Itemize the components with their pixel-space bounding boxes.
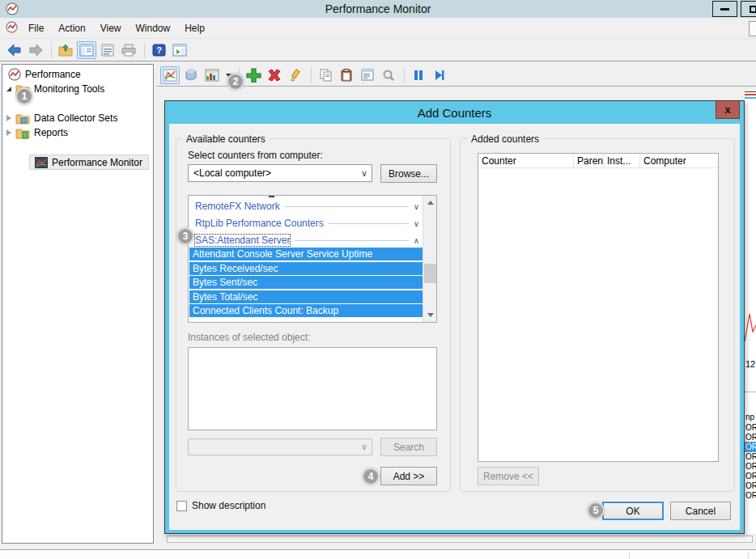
add-counter-icon[interactable] bbox=[244, 66, 263, 84]
graph-background-sliver: 12 np OR OR OR OR OR OR OR OR bbox=[745, 91, 756, 534]
search-button[interactable]: Search bbox=[380, 438, 437, 456]
copy-properties-icon[interactable] bbox=[316, 66, 335, 84]
browse-button[interactable]: Browse... bbox=[380, 164, 437, 183]
forward-icon[interactable] bbox=[26, 41, 45, 59]
legend-fragment-selected[interactable]: OR bbox=[745, 443, 756, 451]
ok-button[interactable]: OK bbox=[602, 502, 664, 520]
print-icon[interactable] bbox=[119, 41, 138, 59]
back-icon[interactable] bbox=[5, 41, 24, 59]
expand-triangle-icon[interactable] bbox=[6, 87, 11, 91]
counter-group-remotefx-network[interactable]: RemoteFX Network ∨ bbox=[189, 199, 423, 214]
minimize-button[interactable] bbox=[712, 1, 737, 17]
chevron-down-icon: ∨ bbox=[361, 442, 367, 452]
column-header-counter[interactable]: Counter bbox=[478, 154, 574, 167]
instances-label: Instances of selected object: bbox=[188, 332, 310, 343]
added-counters-table[interactable]: Counter Parent Inst... Computer bbox=[478, 153, 719, 462]
toolbar-separator bbox=[144, 42, 145, 58]
export-list-icon[interactable] bbox=[98, 41, 117, 59]
search-button-label: Search bbox=[393, 442, 424, 453]
step-callout-1: 1 bbox=[15, 87, 33, 105]
chevron-down-icon[interactable]: ∨ bbox=[414, 219, 419, 228]
action-pane-icon[interactable] bbox=[170, 41, 189, 59]
add-counters-dialog: Add Counters x Available counters Select… bbox=[164, 100, 745, 534]
cancel-button-label: Cancel bbox=[686, 506, 716, 517]
line-chart-icon[interactable] bbox=[160, 66, 180, 84]
counter-item-selected[interactable]: Attendant Console Server Service Uptime bbox=[189, 248, 423, 261]
remove-button[interactable]: Remove << bbox=[478, 467, 539, 485]
available-counters-list[interactable]: RemoteFX Network ∨ RtpLib Performance Co… bbox=[188, 195, 437, 323]
add-button[interactable]: Add >> bbox=[380, 467, 437, 485]
menu-window[interactable]: Window bbox=[129, 19, 178, 37]
menu-help[interactable]: Help bbox=[177, 19, 212, 37]
console-icon bbox=[6, 21, 18, 36]
counter-group-sas-attendant-server[interactable]: SAS:Attendant Server ∧ bbox=[189, 233, 423, 248]
tree-label-monitoring-tools: Monitoring Tools bbox=[34, 83, 104, 95]
step-callout-4: 4 bbox=[362, 468, 380, 485]
tree-label-performance-monitor: Performance Monitor bbox=[52, 157, 142, 168]
counter-item-selected[interactable]: Bytes Received/sec bbox=[189, 262, 423, 276]
available-counters-label: Available counters bbox=[183, 133, 269, 145]
menu-file[interactable]: File bbox=[21, 19, 51, 37]
zoom-icon[interactable] bbox=[379, 66, 398, 84]
highlight-icon[interactable] bbox=[286, 66, 305, 84]
properties-icon[interactable] bbox=[358, 66, 377, 84]
tree-label-data-collector-sets: Data Collector Sets bbox=[34, 112, 117, 124]
remove-button-label: Remove << bbox=[483, 471, 533, 482]
cancel-button[interactable]: Cancel bbox=[670, 502, 731, 520]
menu-action[interactable]: Action bbox=[51, 19, 92, 37]
time-axis-fragment: 12 bbox=[745, 359, 756, 369]
data-collector-sets-icon bbox=[15, 112, 30, 125]
tree-label-reports: Reports bbox=[34, 127, 68, 138]
tree-item-performance[interactable]: Performance bbox=[8, 67, 81, 82]
counter-group-rtplib[interactable]: RtpLib Performance Counters ∨ bbox=[189, 216, 423, 231]
scroll-up-button[interactable] bbox=[423, 196, 437, 210]
collapse-triangle-icon[interactable] bbox=[6, 115, 11, 121]
legend-divider bbox=[745, 392, 756, 392]
counter-group-label: RtpLib Performance Counters bbox=[195, 218, 324, 229]
add-button-label: Add >> bbox=[393, 471, 425, 482]
tree-item-data-collector-sets[interactable]: Data Collector Sets bbox=[6, 111, 117, 125]
console-tree-icon[interactable] bbox=[77, 41, 96, 59]
report-view-icon[interactable] bbox=[202, 66, 222, 84]
counter-item-selected[interactable]: Bytes Sent/sec bbox=[189, 276, 423, 290]
tree-item-reports[interactable]: Reports bbox=[6, 125, 68, 140]
browse-button-label: Browse... bbox=[389, 168, 429, 180]
child-window-button[interactable] bbox=[749, 21, 756, 36]
delete-counter-icon[interactable] bbox=[265, 66, 284, 84]
svg-text:?: ? bbox=[156, 45, 162, 55]
scroll-down-button[interactable] bbox=[423, 308, 437, 322]
maximize-button[interactable] bbox=[741, 1, 756, 17]
column-header-computer[interactable]: Computer bbox=[640, 154, 718, 167]
histogram-icon[interactable] bbox=[181, 66, 201, 84]
show-description-checkbox[interactable] bbox=[176, 501, 187, 511]
graph-cyan-line bbox=[745, 97, 756, 99]
performance-monitor-window: Performance Monitor File Action View Win… bbox=[0, 0, 756, 559]
paste-counter-list-icon[interactable] bbox=[337, 66, 356, 84]
column-header-parent[interactable]: Parent bbox=[574, 154, 604, 167]
help-icon[interactable]: ? bbox=[149, 41, 168, 59]
collapse-triangle-icon[interactable] bbox=[6, 129, 11, 136]
computer-combobox[interactable]: <Local computer> ∨ bbox=[188, 164, 372, 182]
column-header-inst[interactable]: Inst... bbox=[604, 154, 640, 167]
legend-fragment: OR bbox=[745, 462, 756, 471]
dialog-close-button[interactable]: x bbox=[716, 101, 740, 119]
up-folder-icon[interactable] bbox=[56, 41, 75, 59]
minimize-icon bbox=[720, 8, 729, 11]
update-data-icon[interactable] bbox=[430, 66, 449, 84]
step-callout-2: 2 bbox=[227, 73, 244, 91]
counter-item-selected[interactable]: Bytes Total/sec bbox=[189, 290, 423, 304]
group-rule bbox=[295, 240, 408, 241]
chevron-up-icon[interactable]: ∧ bbox=[414, 236, 419, 245]
chevron-down-icon[interactable]: ∨ bbox=[361, 168, 367, 179]
tree-item-performance-monitor[interactable]: Performance Monitor bbox=[35, 155, 142, 170]
freeze-display-icon[interactable] bbox=[409, 66, 428, 84]
graph-red-spike bbox=[745, 311, 756, 343]
instances-list[interactable] bbox=[188, 347, 437, 430]
counter-item-selected[interactable]: Connected Clients Count: Backup bbox=[189, 304, 423, 318]
show-description-label: Show description bbox=[192, 500, 265, 511]
chevron-down-icon[interactable]: ∨ bbox=[414, 202, 419, 211]
menu-view[interactable]: View bbox=[93, 19, 129, 37]
status-divider bbox=[748, 552, 749, 559]
counters-list-scrollbar[interactable] bbox=[423, 196, 436, 322]
scrollbar-thumb[interactable] bbox=[424, 264, 436, 283]
